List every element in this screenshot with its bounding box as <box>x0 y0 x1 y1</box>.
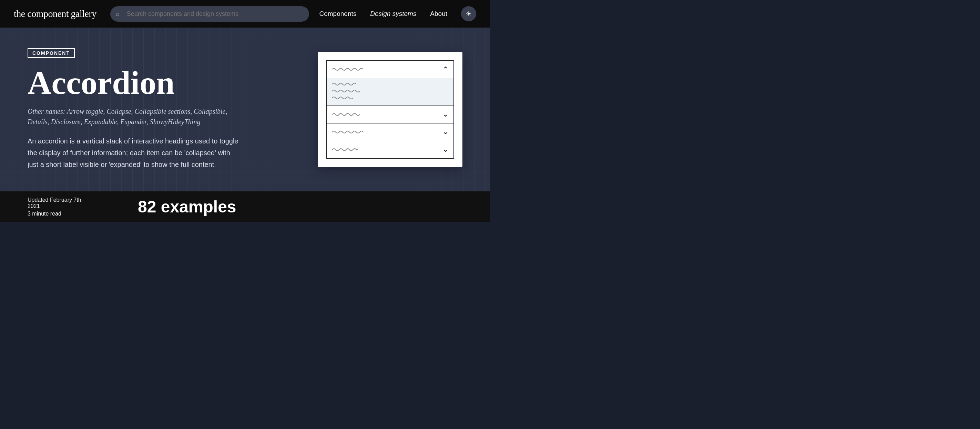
accordion-header-2[interactable]: ⌄ <box>327 106 453 123</box>
chevron-down-icon-4: ⌄ <box>443 146 448 153</box>
accordion-item-4: ⌄ <box>327 141 453 158</box>
hero-aliases: Other names: Arrow toggle, Collapse, Col… <box>27 106 241 127</box>
accordion-header-3[interactable]: ⌄ <box>327 123 453 141</box>
footer-read-time: 3 minute read <box>27 211 89 217</box>
theme-toggle-button[interactable]: ☀ <box>461 6 476 21</box>
nav-components[interactable]: Components <box>320 10 356 18</box>
squiggle-line-4 <box>332 148 358 152</box>
squiggle-body-line-2 <box>332 89 360 93</box>
hero-section: COMPONENT Accordion Other names: Arrow t… <box>0 27 490 191</box>
footer-meta: Updated February 7th, 2021 3 minute read <box>0 197 117 217</box>
footer-bar: Updated February 7th, 2021 3 minute read… <box>0 191 490 222</box>
accordion-item-3: ⌄ <box>327 123 453 141</box>
hero-title: Accordion <box>27 66 241 99</box>
component-badge: COMPONENT <box>27 48 75 58</box>
nav-design-systems[interactable]: Design systems <box>370 10 416 18</box>
accordion-illustration: ⌃ <box>318 52 463 167</box>
footer-examples-count: 82 examples <box>117 197 257 216</box>
nav-about[interactable]: About <box>430 10 447 18</box>
search-container: ⌕ <box>110 6 309 22</box>
squiggle-line-3 <box>332 130 363 134</box>
chevron-up-icon-1: ⌃ <box>443 65 448 73</box>
chevron-down-icon-2: ⌄ <box>443 111 448 118</box>
search-input[interactable] <box>110 6 309 22</box>
accordion-header-4[interactable]: ⌄ <box>327 141 453 158</box>
chevron-down-icon-3: ⌄ <box>443 128 448 136</box>
accordion-body-1 <box>327 78 453 105</box>
main-nav: Components Design systems About ☀ <box>320 6 477 21</box>
search-wrapper: ⌕ <box>110 6 309 22</box>
accordion-demo: ⌃ <box>326 60 454 159</box>
squiggle-line-2 <box>332 112 360 116</box>
accordion-item-2: ⌄ <box>327 106 453 123</box>
hero-description: An accordion is a vertical stack of inte… <box>27 135 241 171</box>
accordion-header-1[interactable]: ⌃ <box>327 61 453 78</box>
squiggle-body-line-1 <box>332 82 356 86</box>
site-header: the component gallery ⌕ Components Desig… <box>0 0 490 27</box>
footer-updated-date: Updated February 7th, 2021 <box>27 197 89 209</box>
accordion-item-1: ⌃ <box>327 61 453 106</box>
hero-content: COMPONENT Accordion Other names: Arrow t… <box>27 48 241 171</box>
squiggle-line-1 <box>332 67 363 72</box>
squiggle-body-line-3 <box>332 96 353 100</box>
site-title: the component gallery <box>14 8 97 19</box>
